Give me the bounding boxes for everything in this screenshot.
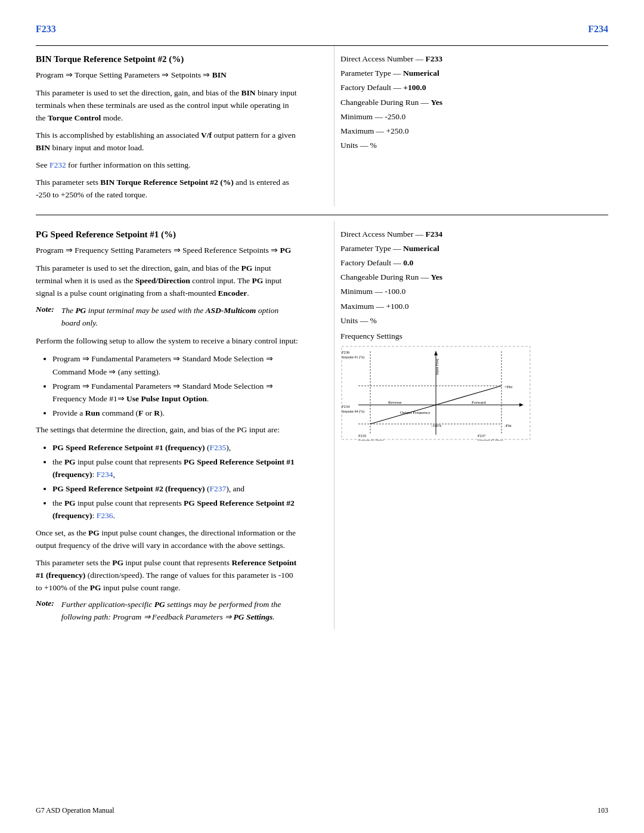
section2-title: PG Speed Reference Setpoint #1 (%): [36, 230, 298, 240]
footer-right: 103: [597, 806, 608, 815]
section2-units-value: %: [370, 316, 377, 325]
note2-label: Note:: [36, 599, 54, 624]
section2-maximum: Maximum — +100.0: [340, 301, 608, 312]
f234-link[interactable]: F234: [97, 470, 113, 479]
f236-link[interactable]: F236: [97, 511, 113, 520]
section1-fd-value: +100.0: [403, 83, 426, 92]
section2-path: Program ⇒ Frequency Setting Parameters ⇒…: [36, 244, 298, 256]
section2-right: Direct Access Number — F234 Parameter Ty…: [334, 221, 608, 630]
section2-changeable: Changeable During Run — Yes: [340, 271, 608, 283]
svg-text:F236: F236: [342, 350, 350, 354]
section2-bullets1: Program ⇒ Fundamental Parameters ⇒ Stand…: [52, 352, 298, 419]
section1-title: BIN Torque Reference Setpoint #2 (%): [36, 54, 298, 64]
bullet2-2: the PG input pulse count that represents…: [52, 456, 298, 481]
section2-max-value: +100.0: [386, 302, 409, 311]
section1-max-value: +250.0: [386, 126, 409, 135]
section2-param-type-value: Numerical: [403, 244, 439, 253]
section2-para3: Once set, as the PG input pulse count ch…: [36, 527, 298, 552]
svg-text:-Fhi: -Fhi: [504, 423, 512, 428]
svg-text:Reverse: Reverse: [388, 400, 402, 405]
section2-cr-value: Yes: [431, 272, 442, 281]
note1-label: Note:: [36, 305, 54, 330]
svg-text:Forward: Forward: [472, 400, 486, 405]
section2-fd-value: 0.0: [403, 258, 413, 267]
section2-param-type: Parameter Type — Numerical: [340, 243, 608, 255]
section1-da-value: F233: [425, 54, 442, 63]
svg-text:Input Freq: Input Freq: [435, 358, 439, 375]
section2-note1: Note: The PG input terminal may be used …: [36, 305, 298, 330]
note2-text: Further application-specific PG settings…: [61, 599, 298, 624]
section2-container: PG Speed Reference Setpoint #1 (%) Progr…: [36, 221, 608, 630]
section1-units-value: %: [370, 141, 377, 150]
section2-note2: Note: Further application-specific PG se…: [36, 599, 298, 624]
bullet2-4: the PG input pulse count that represents…: [52, 497, 298, 522]
note1-text: The PG input terminal may be used with t…: [61, 305, 298, 330]
svg-text:Output Frequency: Output Frequency: [400, 410, 431, 415]
freq-settings-label: Frequency Settings: [340, 330, 608, 343]
freq-chart-svg: +Fhi -Fhi Reverse Forward -100%: [340, 345, 531, 441]
section1-left: BIN Torque Reference Setpoint #2 (%) Pro…: [36, 46, 310, 206]
svg-text:Setpoint #1 (%): Setpoint #1 (%): [342, 355, 364, 360]
bullet2-3: PG Speed Reference Setpoint #2 (frequenc…: [52, 482, 298, 496]
section1-direct-access: Direct Access Number — F233: [340, 54, 608, 64]
bullet1-3: Provide a Run command (F or R).: [52, 407, 298, 420]
section1-min-value: -250.0: [385, 112, 405, 121]
svg-line-4: [436, 386, 501, 405]
section1-param-type: Parameter Type — Numerical: [340, 67, 608, 79]
section1-maximum: Maximum — +250.0: [340, 125, 608, 137]
svg-text:F237: F237: [478, 433, 486, 438]
section2-min-value: -100.0: [385, 287, 405, 296]
section2-units: Units — %: [340, 315, 608, 327]
section2-da-value: F234: [425, 230, 442, 239]
bullet2-1: PG Speed Reference Setpoint #1 (frequenc…: [52, 441, 298, 454]
page: F233 F234 BIN Torque Reference Setpoint …: [0, 0, 644, 833]
section2-direct-access: Direct Access Number — F234: [340, 230, 608, 239]
footer-left: G7 ASD Operation Manual: [36, 806, 114, 815]
header-right: F234: [588, 24, 608, 35]
f235-link[interactable]: F235: [209, 443, 226, 452]
section1-para3: This parameter sets BIN Torque Reference…: [36, 176, 298, 202]
svg-text:F235: F235: [358, 433, 366, 438]
section2-da-label: Direct Access Number —: [340, 230, 425, 239]
section2-setup-intro: Perform the following setup to allow the…: [36, 335, 298, 348]
section2-para2: The settings that determine the directio…: [36, 424, 298, 436]
section1-param-type-value: Numerical: [403, 69, 439, 78]
svg-text:F234: F234: [342, 404, 350, 408]
section2-para1: This parameter is used to set the direct…: [36, 262, 298, 300]
svg-text:Setpoint #1 (freq): Setpoint #1 (freq): [358, 439, 384, 441]
section1-path: Program ⇒ Torque Setting Parameters ⇒ Se…: [36, 69, 298, 81]
header-row: F233 F234: [36, 24, 608, 35]
svg-text:Setpoint #4 (%): Setpoint #4 (%): [342, 410, 364, 414]
f237-link[interactable]: F237: [209, 484, 226, 493]
svg-marker-14: [519, 403, 524, 407]
section-divider-1: [36, 215, 608, 215]
svg-text:+Fhi: +Fhi: [504, 385, 512, 389]
section1-container: BIN Torque Reference Setpoint #2 (%) Pro…: [36, 46, 608, 206]
bullet1-2: Program ⇒ Fundamental Parameters ⇒ Stand…: [52, 380, 298, 405]
bullet1-1: Program ⇒ Fundamental Parameters ⇒ Stand…: [52, 352, 298, 378]
section1-cr-value: Yes: [431, 98, 442, 107]
section1-para1: This parameter is used to set the direct…: [36, 87, 298, 125]
section1-factory-default: Factory Default — +100.0: [340, 82, 608, 94]
section2-bullets2: PG Speed Reference Setpoint #1 (frequenc…: [52, 441, 298, 522]
svg-text:-100%: -100%: [431, 423, 442, 428]
footer: G7 ASD Operation Manual 103: [36, 806, 608, 815]
section1-changeable: Changeable During Run — Yes: [340, 97, 608, 109]
svg-marker-15: [434, 351, 438, 355]
section1-see: See F232 for further information on this…: [36, 159, 298, 172]
section2-factory-default: Factory Default — 0.0: [340, 257, 608, 269]
section2-para4: This parameter sets the PG input pulse c…: [36, 557, 298, 594]
svg-text:Setpoint #2 (freq): Setpoint #2 (freq): [478, 439, 503, 441]
section1-para2: This is accomplished by establishing an …: [36, 129, 298, 154]
section1-da-label: Direct Access Number —: [340, 54, 425, 63]
section2-minimum: Minimum — -100.0: [340, 286, 608, 298]
header-left: F233: [36, 24, 56, 35]
section1-minimum: Minimum — -250.0: [340, 111, 608, 123]
f232-link[interactable]: F232: [49, 160, 66, 169]
section1-right: Direct Access Number — F233 Parameter Ty…: [334, 46, 608, 206]
section2-left: PG Speed Reference Setpoint #1 (%) Progr…: [36, 221, 310, 630]
frequency-chart: +Fhi -Fhi Reverse Forward -100%: [340, 345, 531, 441]
section1-units: Units — %: [340, 140, 608, 151]
